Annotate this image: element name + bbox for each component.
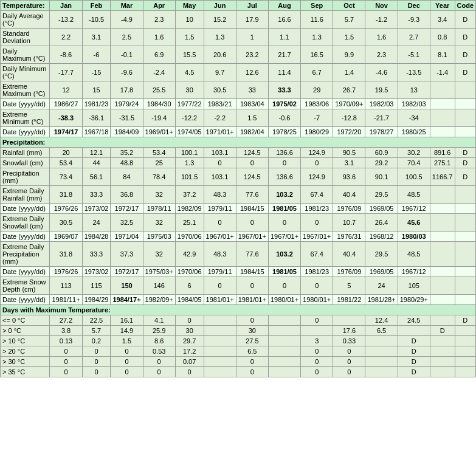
table-cell: 5.7 xyxy=(82,326,111,336)
table-cell: -36.1 xyxy=(82,109,111,127)
table-cell xyxy=(455,109,476,127)
table-cell: -9.6 xyxy=(111,64,143,81)
table-cell: 1967/12 xyxy=(398,267,430,277)
col-jan: Jan xyxy=(50,1,82,11)
table-cell xyxy=(455,99,476,109)
table-cell xyxy=(430,204,455,214)
table-row: Extreme Maximum (°C)121517.825.53030.533… xyxy=(1,81,476,99)
table-cell: 0 xyxy=(236,277,268,295)
table-cell: 26.4 xyxy=(365,214,398,232)
table-cell: 136.6 xyxy=(268,168,300,186)
table-cell: 1976/26 xyxy=(50,204,82,214)
table-cell: 1.4 xyxy=(333,64,365,81)
col-may: May xyxy=(175,1,204,11)
table-cell: 1982/09 xyxy=(175,204,204,214)
table-cell: 6 xyxy=(175,277,204,295)
table-cell: 22.5 xyxy=(82,315,111,326)
section-header-row: Days with Maximum Temperature: xyxy=(1,305,476,315)
table-cell: 40.4 xyxy=(333,186,365,204)
table-cell: -10.5 xyxy=(82,11,111,29)
table-cell: 1968/12 xyxy=(365,232,398,242)
table-cell: 1 xyxy=(236,29,268,46)
table-cell xyxy=(455,336,476,346)
table-cell xyxy=(204,367,236,377)
table-cell: 1.6 xyxy=(143,29,175,46)
table-cell: 100.1 xyxy=(175,148,204,158)
table-cell: 25 xyxy=(143,158,175,168)
table-cell: 1972/17 xyxy=(111,204,143,214)
table-cell: D xyxy=(455,148,476,158)
col-code: Code xyxy=(455,1,476,11)
row-label: > 20 °C xyxy=(1,346,50,357)
table-cell: 0 xyxy=(111,357,143,367)
table-cell xyxy=(430,242,455,267)
table-cell: 124.9 xyxy=(301,148,333,158)
table-cell xyxy=(455,357,476,367)
table-cell: 2.3 xyxy=(365,46,398,64)
table-cell: 33 xyxy=(236,81,268,99)
table-cell: 0 xyxy=(268,214,300,232)
col-mar: Mar xyxy=(111,1,143,11)
table-row: Date (yyyy/dd)1976/261973/021972/171975/… xyxy=(1,267,476,277)
table-cell xyxy=(430,81,455,99)
table-cell: 93.6 xyxy=(333,168,365,186)
table-cell: -19.4 xyxy=(143,109,175,127)
table-cell: -1.4 xyxy=(430,64,455,81)
table-cell: 115 xyxy=(82,277,111,295)
table-cell xyxy=(204,326,236,336)
table-cell: 16.6 xyxy=(268,11,300,29)
table-cell xyxy=(430,214,455,232)
table-cell xyxy=(204,315,236,326)
table-cell: 0 xyxy=(50,346,82,357)
table-cell: 1984/28 xyxy=(82,232,111,242)
table-cell xyxy=(455,367,476,377)
row-label: Standard Deviation xyxy=(1,29,50,46)
table-cell: 44 xyxy=(82,158,111,168)
table-cell: 9.7 xyxy=(204,64,236,81)
table-row: Standard Deviation2.23.12.51.61.51.311.1… xyxy=(1,29,476,46)
table-cell: 8.6 xyxy=(143,336,175,346)
table-cell: 1981/23 xyxy=(82,99,111,109)
table-cell: 0 xyxy=(236,357,268,367)
table-cell: 12.1 xyxy=(82,148,111,158)
table-cell: 0 xyxy=(204,158,236,168)
table-cell: 1982/03 xyxy=(365,99,398,109)
table-cell xyxy=(455,214,476,232)
table-cell: 8.1 xyxy=(430,46,455,64)
table-cell: 1976/09 xyxy=(333,204,365,214)
table-cell: 1.3 xyxy=(175,158,204,168)
table-cell: 0.53 xyxy=(143,346,175,357)
table-cell: 0 xyxy=(236,158,268,168)
table-cell: 1981/11+ xyxy=(50,295,82,305)
table-cell: 1.6 xyxy=(365,29,398,46)
table-cell xyxy=(430,267,455,277)
row-label: > 10 °C xyxy=(1,336,50,346)
table-cell: 56.1 xyxy=(82,168,111,186)
table-cell: 12.6 xyxy=(236,64,268,81)
table-cell: -2.2 xyxy=(204,109,236,127)
col-sep: Sep xyxy=(301,1,333,11)
table-cell: -21.7 xyxy=(365,109,398,127)
table-cell: 1984/15 xyxy=(236,204,268,214)
table-cell: D xyxy=(455,64,476,81)
table-cell xyxy=(365,357,398,367)
table-row: Snowfall (cm)53.44448.8251.300003.129.27… xyxy=(1,158,476,168)
table-cell xyxy=(301,326,333,336)
table-cell: 31.8 xyxy=(50,186,82,204)
section-header-row: Precipitation: xyxy=(1,137,476,148)
table-cell: 1.5 xyxy=(111,336,143,346)
table-cell: 1969/05 xyxy=(365,267,398,277)
table-cell: 9.9 xyxy=(333,46,365,64)
table-cell: 67.4 xyxy=(301,242,333,267)
table-cell: 73.4 xyxy=(50,168,82,186)
table-cell: 1976/26 xyxy=(50,267,82,277)
table-cell: 0.13 xyxy=(50,336,82,346)
table-cell: 1982/09+ xyxy=(143,295,175,305)
row-label: Extreme Minimum (°C) xyxy=(1,109,50,127)
table-cell: 1981/01+ xyxy=(236,295,268,305)
table-cell xyxy=(268,326,300,336)
table-cell: 13 xyxy=(398,81,430,99)
table-cell: 0 xyxy=(301,158,333,168)
table-cell: 113 xyxy=(50,277,82,295)
table-cell: 124.9 xyxy=(301,168,333,186)
